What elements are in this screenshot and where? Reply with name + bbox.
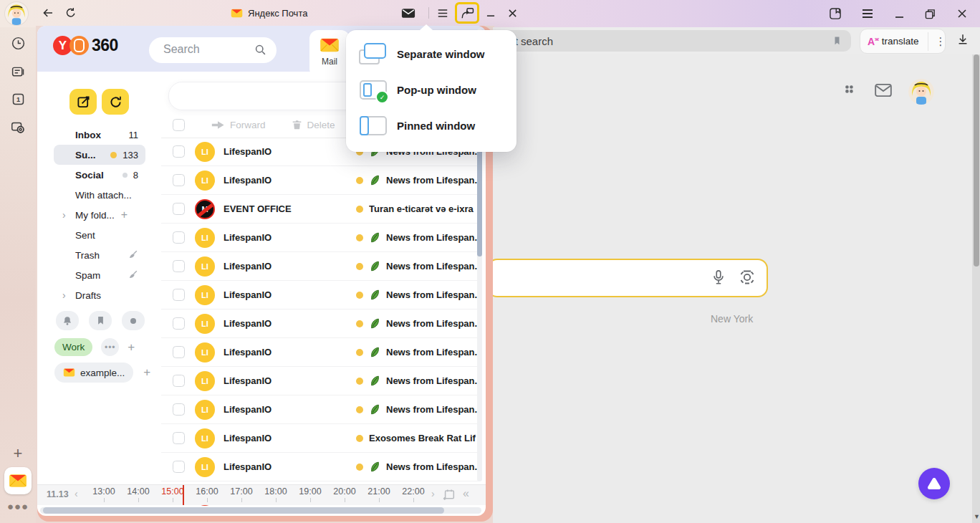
back-icon[interactable]	[37, 0, 59, 26]
message-checkbox[interactable]	[173, 231, 185, 244]
work-label-pill[interactable]: Work	[54, 338, 92, 356]
browser-close-button[interactable]	[950, 0, 974, 27]
message-row[interactable]: M EVENT OFFICE Turan e-ticarət və e-ixra	[161, 195, 479, 224]
message-row[interactable]: LI LifespanIO Exosomes Break Rat Lif	[161, 424, 479, 453]
timeline-time[interactable]: 15:00	[155, 486, 190, 502]
message-row[interactable]: LI LifespanIO News from Lifespan.	[161, 252, 479, 281]
timeline-time[interactable]: 18:00	[259, 486, 293, 502]
image-search-icon[interactable]	[738, 268, 756, 289]
message-checkbox[interactable]	[173, 403, 185, 416]
message-checkbox[interactable]	[173, 346, 185, 358]
bookmarked-filter-button[interactable]	[89, 311, 112, 330]
timeline-time[interactable]: 14:00	[121, 486, 155, 502]
tab-mail[interactable]: Mail	[309, 30, 350, 77]
folder-item[interactable]: › My fold... +	[54, 205, 145, 225]
message-row[interactable]: LI LifespanIO News from Lifespan.	[161, 338, 479, 367]
timeline-prev-icon[interactable]: ‹	[75, 488, 78, 499]
timeline-time[interactable]: 22:00	[396, 486, 431, 502]
mail-shortcut-icon[interactable]	[874, 82, 893, 101]
delete-button[interactable]: Delete	[292, 119, 335, 130]
message-row[interactable]: LI LifespanIO News from Lifespan.	[161, 310, 479, 338]
refresh-button[interactable]	[102, 89, 129, 115]
folder-item[interactable]: › Drafts +	[54, 285, 145, 305]
message-checkbox[interactable]	[173, 289, 185, 301]
translate-options-icon[interactable]: ⋮	[928, 32, 946, 51]
voice-search-icon[interactable]	[711, 268, 726, 289]
account-pill[interactable]: example...	[54, 363, 133, 383]
profile-avatar[interactable]	[5, 2, 28, 25]
folder-item[interactable]: › Spam +	[54, 265, 145, 285]
add-account-icon[interactable]: +	[143, 365, 150, 380]
message-checkbox[interactable]	[173, 317, 185, 330]
screenshot-icon[interactable]	[9, 119, 27, 136]
message-checkbox[interactable]	[173, 203, 185, 215]
tabs-count-icon[interactable]: 1	[9, 90, 27, 107]
chevron-right-icon[interactable]: ›	[62, 289, 75, 301]
compose-button[interactable]	[69, 89, 97, 115]
mail-close-button[interactable]	[501, 0, 523, 26]
account-avatar[interactable]	[908, 79, 934, 105]
folder-item[interactable]: › Su... + 133	[54, 145, 145, 165]
dot-filter-button[interactable]	[122, 311, 145, 330]
timeline-time[interactable]: 16:00	[190, 486, 224, 502]
message-row[interactable]: LI LifespanIO News from Lifespan.	[161, 453, 479, 481]
translate-button[interactable]: Aж translate ⋮	[860, 29, 946, 54]
page-scrollbar[interactable]: ▼	[972, 54, 980, 523]
browser-minimize-button[interactable]	[887, 0, 911, 27]
window-mode-option[interactable]: ✓ Pop-up window	[346, 72, 517, 107]
timeline-time[interactable]: 13:00	[87, 486, 121, 502]
address-bar[interactable]: net search	[493, 30, 851, 52]
add-event-icon[interactable]	[443, 488, 456, 504]
add-label-icon[interactable]: +	[128, 340, 135, 355]
location-label[interactable]: New York	[711, 313, 753, 325]
chevron-right-icon[interactable]: ›	[62, 209, 75, 221]
yandex-search-input[interactable]	[487, 259, 768, 297]
folder-item[interactable]: › With attach... +	[54, 185, 145, 205]
message-checkbox[interactable]	[173, 260, 185, 272]
add-folder-icon[interactable]: +	[121, 208, 128, 221]
new-message-icon[interactable]	[398, 0, 419, 26]
folder-item[interactable]: › Inbox + 11	[54, 125, 145, 145]
clear-folder-icon[interactable]	[128, 249, 138, 262]
y360-logo[interactable]: Y 360	[53, 36, 118, 55]
feed-icon[interactable]	[9, 63, 27, 80]
message-row[interactable]: LI LifespanIO News from Lifespan.	[161, 367, 479, 395]
page-scrollbar-thumb[interactable]	[974, 54, 979, 267]
message-row[interactable]: LI LifespanIO News from Lifespan.	[161, 281, 479, 310]
mail-search[interactable]	[149, 37, 277, 63]
timeline-next-icon[interactable]: ›	[431, 488, 435, 499]
reload-icon[interactable]	[60, 0, 82, 26]
reminders-filter-button[interactable]	[56, 311, 79, 330]
apps-grid-icon[interactable]	[842, 82, 858, 101]
message-row[interactable]: LI LifespanIO News from Lifespan.	[161, 395, 479, 424]
message-row[interactable]: LI LifespanIO News from Lifespan.	[161, 224, 479, 252]
download-icon[interactable]	[956, 32, 970, 50]
timeline-time[interactable]: 17:00	[224, 486, 259, 502]
window-mode-option[interactable]: ✓ Separate window	[346, 36, 517, 72]
search-icon[interactable]	[254, 44, 266, 59]
browser-restore-button[interactable]	[918, 0, 942, 27]
rail-add-icon[interactable]: +	[9, 444, 27, 463]
select-all-checkbox[interactable]	[173, 119, 185, 131]
bookmark-icon[interactable]	[832, 35, 842, 49]
window-mode-option[interactable]: ✓ Pinned window	[346, 107, 517, 143]
folder-item[interactable]: › Sent +	[54, 225, 145, 245]
timeline-time[interactable]: 20:00	[327, 486, 362, 502]
timeline-time[interactable]: 19:00	[293, 486, 327, 502]
message-checkbox[interactable]	[173, 461, 185, 473]
collapse-timeline-icon[interactable]: «	[463, 487, 469, 500]
history-icon[interactable]	[9, 34, 27, 52]
horizontal-scrollbar-thumb[interactable]	[43, 507, 444, 514]
message-checkbox[interactable]	[173, 174, 185, 186]
alice-assistant-button[interactable]	[918, 468, 950, 499]
message-checkbox[interactable]	[173, 375, 185, 387]
clear-folder-icon[interactable]	[128, 269, 138, 282]
forward-button[interactable]: Forward	[211, 120, 266, 130]
side-panel-icon[interactable]	[823, 0, 847, 27]
labels-more-button[interactable]: •••	[101, 338, 119, 356]
message-row[interactable]: LI LifespanIO News from Lifespan.	[161, 166, 479, 195]
browser-menu-icon[interactable]	[855, 0, 880, 27]
mail-minimize-button[interactable]	[480, 0, 501, 26]
mail-app-icon[interactable]	[4, 467, 32, 494]
timeline-time[interactable]: 21:00	[362, 486, 396, 502]
